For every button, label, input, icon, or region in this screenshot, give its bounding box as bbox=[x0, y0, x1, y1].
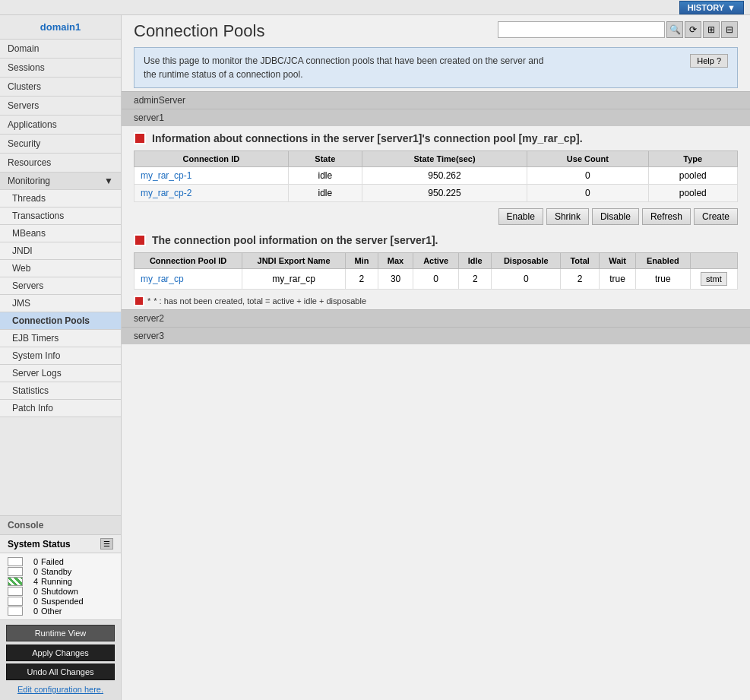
status-box-shutdown bbox=[8, 587, 23, 596]
state-cell: idle bbox=[288, 185, 362, 202]
use-count-cell: 0 bbox=[527, 185, 648, 202]
col-min: Min bbox=[345, 253, 378, 269]
section2-table-container: Connection Pool ID JNDI Export Name Min … bbox=[134, 252, 738, 290]
status-row-failed: 0 Failed bbox=[8, 557, 113, 566]
note-icon bbox=[134, 296, 144, 306]
status-box-failed bbox=[8, 557, 23, 566]
apply-changes-button[interactable]: Apply Changes bbox=[6, 645, 115, 661]
search-input[interactable] bbox=[498, 21, 665, 38]
status-box-suspended bbox=[8, 597, 23, 606]
sidebar-item-clusters[interactable]: Clusters bbox=[0, 78, 121, 97]
type-cell: pooled bbox=[648, 167, 737, 185]
col-use-count: Use Count bbox=[527, 151, 648, 167]
section1-table: Connection ID State State Time(sec) Use … bbox=[134, 150, 738, 202]
section1-header: Information about connections in the ser… bbox=[122, 126, 750, 147]
sidebar-item-web[interactable]: Web bbox=[0, 260, 121, 277]
col-connection-id: Connection ID bbox=[134, 151, 289, 167]
system-status-header: System Status ☰ bbox=[0, 535, 121, 553]
edit-config-link[interactable]: Edit configuration here. bbox=[6, 683, 115, 695]
col-extra bbox=[690, 253, 737, 269]
undo-all-changes-button[interactable]: Undo All Changes bbox=[6, 664, 115, 680]
info-text: Use this page to monitor the JDBC/JCA co… bbox=[144, 54, 543, 81]
pool-id-link[interactable]: my_rar_cp bbox=[141, 274, 184, 284]
col-disposable: Disposable bbox=[492, 253, 561, 269]
disable-button[interactable]: Disable bbox=[592, 208, 639, 225]
shrink-button[interactable]: Shrink bbox=[546, 208, 589, 225]
sidebar-domain[interactable]: domain1 bbox=[0, 15, 121, 40]
sidebar-item-statistics[interactable]: Statistics bbox=[0, 382, 121, 400]
search-icon[interactable]: 🔍 bbox=[666, 21, 683, 38]
status-box-running bbox=[8, 577, 23, 586]
section1-icon bbox=[134, 132, 146, 144]
sidebar-item-patch-info[interactable]: Patch Info bbox=[0, 400, 121, 417]
disposable-cell: 0 bbox=[492, 269, 561, 290]
section2-table: Connection Pool ID JNDI Export Name Min … bbox=[134, 252, 738, 290]
note-star: * bbox=[147, 296, 150, 306]
enabled-cell: true bbox=[635, 269, 690, 290]
col-type: Type bbox=[648, 151, 737, 167]
status-items: 0 Failed 0 Standby 4 Running 0 Shutdown … bbox=[0, 553, 121, 619]
print-icon[interactable]: ⊟ bbox=[721, 21, 738, 38]
sidebar-item-system-info[interactable]: System Info bbox=[0, 347, 121, 365]
sidebar-item-applications[interactable]: Applications bbox=[0, 116, 121, 135]
sidebar-item-transactions[interactable]: Transactions bbox=[0, 207, 121, 225]
section2-header: The connection pool information on the s… bbox=[122, 228, 750, 249]
connection-id-link[interactable]: my_rar_cp-1 bbox=[141, 170, 191, 181]
type-cell: pooled bbox=[648, 185, 737, 202]
total-cell: 2 bbox=[561, 269, 600, 290]
runtime-view-button[interactable]: Runtime View bbox=[6, 625, 115, 641]
sidebar-item-jndi[interactable]: JNDI bbox=[0, 242, 121, 260]
server-row-server2[interactable]: server2 bbox=[122, 309, 750, 327]
sidebar-bottom: Runtime View Apply Changes Undo All Chan… bbox=[0, 619, 121, 700]
section1-title: Information about connections in the ser… bbox=[152, 132, 583, 144]
enable-button[interactable]: Enable bbox=[498, 208, 543, 225]
content-area: Connection Pools 🔍 ⟳ ⊞ ⊟ Use this page t… bbox=[122, 15, 750, 700]
sidebar-item-jms[interactable]: JMS bbox=[0, 295, 121, 312]
section2-icon bbox=[134, 234, 146, 246]
use-count-cell: 0 bbox=[527, 167, 648, 185]
create-button[interactable]: Create bbox=[694, 208, 738, 225]
section1-actions: Enable Shrink Disable Refresh Create bbox=[122, 205, 750, 228]
status-row-suspended: 0 Suspended bbox=[8, 597, 113, 606]
page-header: Connection Pools 🔍 ⟳ ⊞ ⊟ bbox=[122, 15, 750, 44]
history-button[interactable]: HISTORY ▼ bbox=[679, 1, 744, 14]
server-row-adminserver[interactable]: adminServer bbox=[122, 91, 750, 109]
table-row: my_rar_cp-1 idle 950.262 0 pooled bbox=[134, 167, 738, 185]
stmt-cell: stmt bbox=[690, 269, 737, 290]
refresh-icon[interactable]: ⟳ bbox=[685, 21, 701, 38]
active-cell: 0 bbox=[413, 269, 459, 290]
help-button[interactable]: Help ? bbox=[690, 54, 728, 68]
note-row: * * : has not been created, total = acti… bbox=[122, 293, 750, 309]
sidebar-item-sessions[interactable]: Sessions bbox=[0, 59, 121, 78]
table-row: my_rar_cp my_rar_cp 2 30 0 2 0 2 true tr… bbox=[134, 269, 738, 290]
sidebar-item-servers[interactable]: Servers bbox=[0, 97, 121, 116]
chevron-icon: ▼ bbox=[104, 176, 113, 186]
connection-id-link[interactable]: my_rar_cp-2 bbox=[141, 188, 191, 198]
refresh-button[interactable]: Refresh bbox=[642, 208, 691, 225]
sidebar-item-ejb-timers[interactable]: EJB Timers bbox=[0, 330, 121, 347]
sidebar-item-mbeans[interactable]: MBeans bbox=[0, 225, 121, 242]
status-row-standby: 0 Standby bbox=[8, 567, 113, 576]
col-jndi: JNDI Export Name bbox=[242, 253, 346, 269]
history-arrow-icon: ▼ bbox=[727, 3, 736, 12]
sidebar-item-domain[interactable]: Domain bbox=[0, 40, 121, 59]
system-status-toggle[interactable]: ☰ bbox=[100, 538, 113, 550]
export-icon[interactable]: ⊞ bbox=[703, 21, 720, 38]
server-row-server3[interactable]: server3 bbox=[122, 327, 750, 344]
sidebar-item-threads[interactable]: Threads bbox=[0, 190, 121, 207]
col-wait: Wait bbox=[600, 253, 636, 269]
col-idle: Idle bbox=[459, 253, 492, 269]
sidebar-item-servers-monitoring[interactable]: Servers bbox=[0, 277, 121, 295]
sidebar-item-resources[interactable]: Resources bbox=[0, 154, 121, 173]
sidebar-item-security[interactable]: Security bbox=[0, 135, 121, 154]
sidebar-monitoring-section[interactable]: Monitoring ▼ bbox=[0, 173, 121, 190]
top-bar: HISTORY ▼ bbox=[0, 0, 750, 15]
system-status-title: System Status bbox=[8, 539, 71, 550]
search-bar: 🔍 ⟳ ⊞ ⊟ bbox=[498, 21, 738, 38]
sidebar-item-connection-pools[interactable]: Connection Pools bbox=[0, 312, 121, 330]
status-row-running: 4 Running bbox=[8, 577, 113, 586]
server-row-server1[interactable]: server1 bbox=[122, 109, 750, 126]
sidebar-item-server-logs[interactable]: Server Logs bbox=[0, 365, 121, 382]
max-cell: 30 bbox=[378, 269, 413, 290]
stmt-button[interactable]: stmt bbox=[701, 272, 727, 286]
